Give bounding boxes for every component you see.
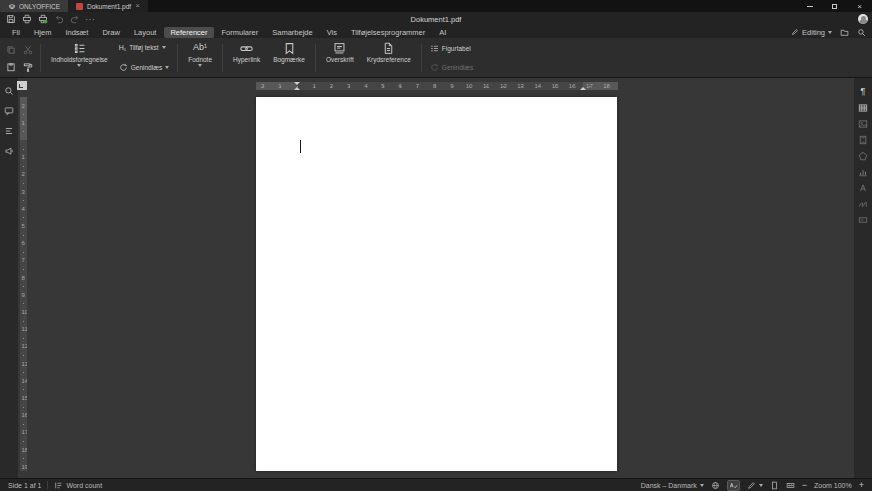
ruler-tick — [23, 235, 24, 236]
image-settings-button[interactable] — [856, 118, 870, 129]
ruler-tick — [23, 441, 24, 442]
left-indent-marker[interactable] — [294, 87, 300, 90]
headings-navigation-button[interactable] — [2, 124, 16, 137]
chart-settings-button[interactable] — [856, 166, 870, 177]
signature-settings-button[interactable] — [856, 198, 870, 209]
find-button[interactable] — [2, 84, 16, 97]
paste-button[interactable] — [6, 58, 16, 76]
ruler-tick — [572, 86, 573, 87]
print-button[interactable] — [20, 13, 33, 25]
ruler-number: 1 — [22, 154, 25, 160]
textart-settings-button[interactable] — [856, 182, 870, 193]
document-work-area: 12123456789101112131415161718 1212345678… — [0, 78, 872, 478]
shape-settings-button[interactable] — [856, 150, 870, 161]
word-count-button[interactable]: Word count — [54, 481, 102, 490]
redo-button[interactable] — [68, 13, 81, 25]
headerfooter-settings-button[interactable] — [856, 134, 870, 145]
pdf-file-icon — [76, 3, 83, 10]
app-menu-button[interactable]: ONLYOFFICE — [0, 0, 68, 12]
tab-hjem[interactable]: Hjem — [28, 27, 58, 38]
refresh-toc-button[interactable]: Genindlæs — [117, 62, 171, 73]
editing-mode-button[interactable]: Editing — [791, 28, 832, 37]
ruler-number: 5 — [22, 223, 25, 229]
ruler-tick — [521, 86, 522, 87]
tab-close-icon[interactable]: × — [135, 2, 140, 10]
tab-ai[interactable]: AI — [433, 27, 452, 38]
caption-button[interactable]: Overskrift — [322, 41, 358, 75]
ruler-tick — [263, 86, 264, 87]
document-page[interactable] — [256, 97, 617, 471]
fit-to-width-icon[interactable] — [786, 481, 795, 490]
editing-mode-label: Editing — [802, 28, 825, 37]
maximize-button[interactable] — [822, 0, 847, 12]
bookmark-button[interactable]: Bogmærke — [269, 41, 309, 75]
cut-button[interactable] — [23, 41, 33, 59]
track-changes-pen-icon — [747, 481, 756, 490]
hyperlink-label: Hyperlink — [233, 56, 260, 63]
tab-stop-selector[interactable] — [17, 81, 27, 90]
table-of-contents-button[interactable]: Indholdsfortegnelse — [47, 41, 112, 75]
comments-button[interactable] — [2, 104, 16, 117]
copy-style-button[interactable] — [23, 58, 33, 76]
ruler-tick — [435, 86, 436, 87]
close-button[interactable]: × — [847, 0, 872, 12]
set-language-globe-icon[interactable] — [711, 481, 720, 490]
undo-button[interactable] — [52, 13, 65, 25]
ruler-number: 18 — [22, 447, 28, 453]
document-tab[interactable]: Dokument1.pdf × — [68, 0, 148, 12]
pentagon-shape-icon — [858, 151, 868, 161]
cross-reference-label: Krydsreference — [367, 56, 411, 63]
search-icon[interactable] — [857, 28, 866, 37]
open-file-location-icon[interactable] — [840, 28, 849, 37]
ruler-tick — [589, 86, 590, 87]
fit-to-page-icon[interactable] — [770, 481, 779, 490]
save-button[interactable] — [4, 13, 17, 25]
copy-style-icon — [23, 62, 33, 72]
hyperlink-button[interactable]: Hyperlink — [229, 41, 264, 75]
tab-samarbejde[interactable]: Samarbejde — [266, 27, 318, 38]
ruler-tick — [400, 86, 401, 87]
cross-reference-button[interactable]: Krydsreference — [363, 41, 415, 75]
spell-check-toggle[interactable] — [727, 480, 740, 491]
tab-formularer[interactable]: Formularer — [216, 27, 265, 38]
ruler-number: 11 — [22, 326, 28, 332]
feedback-button[interactable] — [2, 144, 16, 157]
table-icon — [858, 103, 868, 113]
copy-button[interactable] — [6, 41, 16, 59]
vertical-ruler[interactable]: 1212345678910111213141516171819 — [20, 97, 27, 471]
zoom-out-button[interactable]: − — [802, 480, 807, 490]
track-changes-button[interactable] — [747, 481, 763, 490]
language-selector[interactable]: Dansk – Danmark — [641, 482, 704, 489]
ruler-tick — [607, 86, 608, 87]
chevron-down-icon — [165, 66, 169, 69]
refresh-table-of-figures-button[interactable]: Genindlæs — [428, 62, 475, 73]
tab-fil[interactable]: Fil — [6, 27, 26, 38]
zoom-in-button[interactable]: + — [859, 480, 864, 490]
ruler-tick — [452, 86, 453, 87]
ribbon-divider — [177, 44, 178, 72]
tab-tilfoejelsesprogrammer[interactable]: Tilføjelsesprogrammer — [345, 27, 431, 38]
quick-print-button[interactable] — [36, 13, 49, 25]
save-icon — [6, 14, 16, 24]
tab-referencer[interactable]: Referencer — [164, 27, 213, 38]
tab-indsaet[interactable]: Indsæt — [59, 27, 94, 38]
user-avatar[interactable] — [858, 14, 868, 24]
table-of-figures-button[interactable]: Figurtabel — [428, 43, 475, 54]
ruler-number: 17 — [22, 429, 28, 435]
page-indicator[interactable]: Side 1 af 1 — [8, 482, 41, 489]
tab-draw[interactable]: Draw — [96, 27, 126, 38]
tab-layout[interactable]: Layout — [128, 27, 163, 38]
table-settings-button[interactable] — [856, 102, 870, 113]
horizontal-ruler[interactable]: 12123456789101112131415161718 — [256, 82, 618, 90]
form-settings-button[interactable] — [856, 214, 870, 225]
minimize-button[interactable] — [797, 0, 822, 12]
add-text-button[interactable]: H₁ Tilføj tekst — [117, 43, 171, 52]
customize-toolbar-button[interactable]: ··· — [84, 13, 97, 25]
paragraph-settings-button[interactable]: ¶ — [856, 86, 870, 97]
footnote-button[interactable]: Ab¹ Fodnote — [184, 41, 216, 75]
tab-vis[interactable]: Vis — [321, 27, 343, 38]
zoom-level-label[interactable]: Zoom 100% — [814, 482, 852, 489]
clipboard-group — [4, 41, 34, 75]
table-of-figures-label: Figurtabel — [442, 45, 471, 52]
ruler-number: 9 — [22, 292, 25, 298]
